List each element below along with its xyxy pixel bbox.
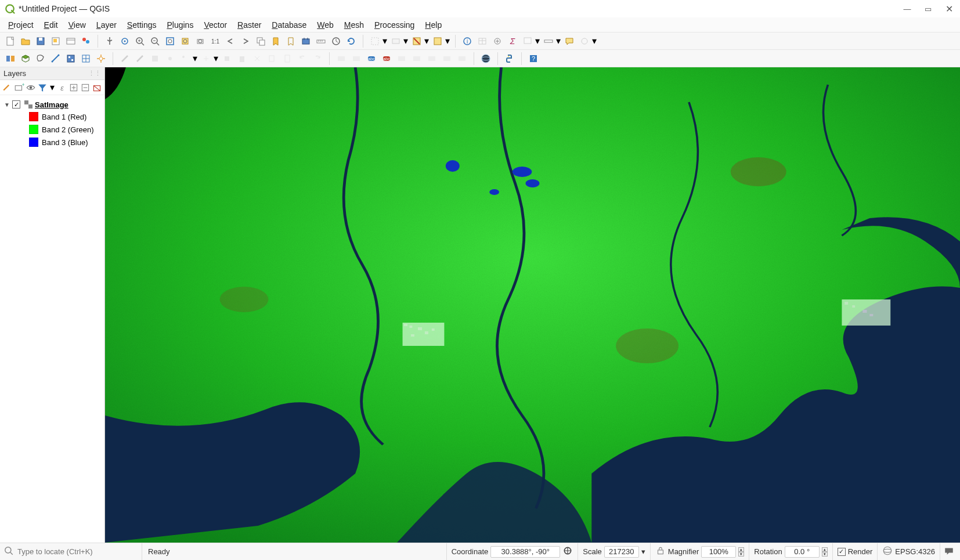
remove-layer-icon[interactable] bbox=[92, 82, 102, 93]
lock-icon[interactable] bbox=[655, 545, 666, 558]
new-print-layout-button[interactable] bbox=[49, 34, 63, 48]
map-canvas[interactable] bbox=[105, 67, 960, 543]
zoom-native-button[interactable]: 1:1 bbox=[208, 34, 222, 48]
menu-raster[interactable]: Raster bbox=[233, 19, 266, 31]
menu-layer[interactable]: Layer bbox=[92, 19, 121, 31]
coordinate-value[interactable]: 30.3888°, -90° bbox=[490, 546, 560, 558]
menu-web[interactable]: Web bbox=[312, 19, 338, 31]
statistics-button[interactable]: Σ bbox=[506, 34, 519, 48]
select-by-value-dropdown[interactable]: ▾ bbox=[403, 34, 409, 48]
style-manager-button[interactable] bbox=[79, 34, 93, 48]
magnifier-down-button[interactable]: ▾ bbox=[738, 552, 744, 557]
menu-mesh[interactable]: Mesh bbox=[340, 19, 369, 31]
menu-plugins[interactable]: Plugins bbox=[162, 19, 198, 31]
band-row[interactable]: Band 3 (Blue) bbox=[3, 136, 102, 149]
menu-help[interactable]: Help bbox=[420, 19, 446, 31]
menu-view[interactable]: View bbox=[64, 19, 91, 31]
magnifier-value[interactable]: 100% bbox=[701, 546, 736, 558]
refresh-button[interactable] bbox=[344, 34, 358, 48]
annotation-dropdown[interactable]: ▾ bbox=[591, 34, 597, 48]
magnifier-up-button[interactable]: ▴ bbox=[738, 547, 744, 552]
data-source-manager-button[interactable] bbox=[3, 52, 17, 66]
zoom-to-layer-button[interactable] bbox=[193, 34, 207, 48]
expand-all-icon[interactable] bbox=[68, 82, 79, 93]
zoom-last-button[interactable] bbox=[223, 34, 237, 48]
field-calculator-button[interactable] bbox=[490, 34, 504, 48]
labeling-rules-button[interactable]: abc bbox=[380, 52, 394, 66]
zoom-to-selection-button[interactable] bbox=[178, 34, 192, 48]
deselect-dropdown[interactable]: ▾ bbox=[424, 34, 430, 48]
layers-panel-undock-icon[interactable]: ⋮⋮ bbox=[88, 70, 101, 77]
temporal-controller-button[interactable] bbox=[299, 34, 313, 48]
crs-label[interactable]: EPSG:4326 bbox=[895, 547, 935, 556]
render-checkbox[interactable]: ✓ bbox=[838, 548, 846, 556]
layer-visibility-checkbox[interactable]: ✓ bbox=[12, 100, 20, 109]
measure-line-button[interactable] bbox=[542, 34, 555, 48]
locator-input[interactable] bbox=[17, 547, 138, 556]
pan-button[interactable] bbox=[103, 34, 117, 48]
new-project-button[interactable] bbox=[3, 34, 17, 48]
metasearch-button[interactable] bbox=[479, 52, 493, 66]
new-gps-button[interactable] bbox=[94, 52, 108, 66]
minimize-button[interactable]: — bbox=[903, 5, 911, 13]
annotation-button[interactable] bbox=[578, 34, 591, 48]
temporal-button[interactable] bbox=[329, 34, 343, 48]
filter-legend-icon[interactable] bbox=[37, 82, 48, 93]
select-features-button[interactable] bbox=[368, 34, 382, 48]
menu-vector[interactable]: Vector bbox=[199, 19, 232, 31]
maximize-button[interactable]: ▭ bbox=[924, 5, 932, 13]
new-bookmark-button[interactable] bbox=[269, 34, 283, 48]
crs-icon[interactable] bbox=[882, 545, 893, 558]
close-button[interactable]: ✕ bbox=[945, 5, 953, 13]
layer-style-icon[interactable] bbox=[2, 82, 13, 93]
deselect-button[interactable] bbox=[410, 34, 424, 48]
identify-button[interactable]: i bbox=[460, 34, 474, 48]
messages-icon[interactable] bbox=[944, 545, 954, 558]
menu-project[interactable]: Project bbox=[3, 19, 38, 31]
new-mesh-button[interactable] bbox=[79, 52, 93, 66]
menu-settings[interactable]: Settings bbox=[122, 19, 161, 31]
rotation-down-button[interactable]: ▾ bbox=[822, 552, 828, 557]
rotation-up-button[interactable]: ▴ bbox=[822, 547, 828, 552]
select-features-dropdown[interactable]: ▾ bbox=[382, 34, 388, 48]
open-project-button[interactable] bbox=[19, 34, 33, 48]
filter-legend-caret-icon[interactable]: ▾ bbox=[49, 82, 56, 93]
map-tips-dropdown[interactable]: ▾ bbox=[535, 34, 540, 48]
manage-visibility-icon[interactable] bbox=[26, 82, 36, 93]
add-group-icon[interactable]: + bbox=[14, 82, 24, 93]
new-geopackage-button[interactable] bbox=[19, 52, 33, 66]
layer-satimage[interactable]: ▼ ✓ SatImage bbox=[3, 99, 102, 110]
collapse-all-icon[interactable] bbox=[80, 82, 91, 93]
band-row[interactable]: Band 1 (Red) bbox=[3, 110, 102, 123]
help-button[interactable]: ? bbox=[526, 52, 540, 66]
measure-button[interactable] bbox=[314, 34, 328, 48]
zoom-in-button[interactable] bbox=[133, 34, 147, 48]
layout-manager-button[interactable] bbox=[64, 34, 78, 48]
show-bookmarks-button[interactable] bbox=[284, 34, 298, 48]
scale-value[interactable]: 217230 bbox=[604, 546, 639, 558]
menu-database[interactable]: Database bbox=[267, 19, 311, 31]
map-tips-button[interactable] bbox=[521, 34, 535, 48]
save-project-button[interactable] bbox=[34, 34, 48, 48]
select-by-value-button[interactable] bbox=[389, 34, 403, 48]
measure-line-dropdown[interactable]: ▾ bbox=[555, 34, 561, 48]
zoom-full-button[interactable] bbox=[163, 34, 177, 48]
menu-edit[interactable]: Edit bbox=[39, 19, 63, 31]
labeling-single-button[interactable]: abc bbox=[364, 52, 378, 66]
zoom-next-button[interactable] bbox=[239, 34, 252, 48]
collapse-icon[interactable]: ▼ bbox=[3, 102, 10, 108]
rotation-value[interactable]: 0.0 ° bbox=[785, 546, 820, 558]
new-virtual-layer-button[interactable] bbox=[64, 52, 78, 66]
new-map-view-button[interactable] bbox=[254, 34, 268, 48]
menu-processing[interactable]: Processing bbox=[370, 19, 419, 31]
new-spatialite-button[interactable] bbox=[49, 52, 63, 66]
pan-to-selection-button[interactable] bbox=[118, 34, 132, 48]
scale-dropdown-icon[interactable]: ▾ bbox=[641, 547, 645, 556]
open-attribute-table-button[interactable] bbox=[475, 34, 489, 48]
toggle-extents-icon[interactable] bbox=[562, 545, 573, 558]
select-all-dropdown[interactable]: ▾ bbox=[445, 34, 450, 48]
text-annotation-button[interactable] bbox=[562, 34, 576, 48]
select-all-button[interactable] bbox=[431, 34, 445, 48]
python-console-button[interactable] bbox=[503, 52, 517, 66]
zoom-out-button[interactable] bbox=[148, 34, 162, 48]
